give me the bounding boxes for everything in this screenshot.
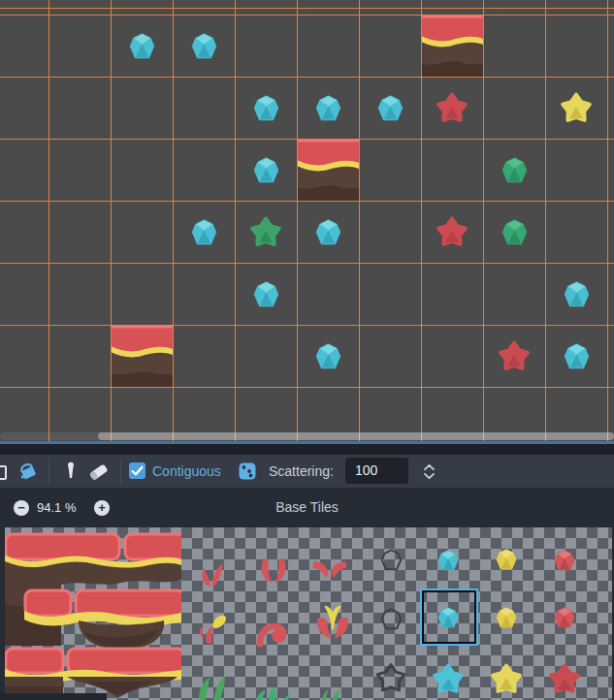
tilemap-canvas[interactable]: [0, 0, 614, 441]
tileset-palette[interactable]: [0, 527, 614, 700]
map-tile-gem-blue: [315, 219, 341, 245]
eraser-icon[interactable]: [87, 461, 109, 482]
palette-tile-gem-ghost[interactable]: [379, 548, 404, 572]
tilemap-toolbar: Contiguous Scattering: 100: [0, 455, 614, 488]
panel-gap: [0, 444, 614, 455]
map-tile-gem-blue: [191, 33, 217, 59]
terrain-tiles-graphic[interactable]: [5, 531, 181, 698]
palette-tile-gem-red[interactable]: [554, 607, 575, 628]
map-tile-gem-blue: [315, 95, 341, 121]
spinner-arrows-icon[interactable]: [423, 463, 436, 480]
contiguous-label[interactable]: Contiguous: [152, 455, 221, 488]
map-tile-gem-blue: [315, 343, 341, 369]
palette-tile-star-red[interactable]: [547, 661, 582, 696]
palette-tile-grass-small-green[interactable]: [312, 670, 351, 700]
palette-tile-gem-red[interactable]: [554, 550, 575, 571]
rect-select-tool-icon[interactable]: [0, 465, 7, 480]
map-tile-gem-blue: [253, 281, 279, 307]
map-tile-gem-green: [501, 157, 528, 183]
palette-tile-plant-sprout-red[interactable]: [194, 554, 233, 592]
palette-texture-edge: [0, 693, 107, 700]
scattering-input[interactable]: 100: [345, 458, 408, 484]
tilemap-editor: Contiguous Scattering: 100 − 94.1 % + Ba…: [0, 0, 614, 700]
palette-tab-base-tiles[interactable]: Base Tiles: [0, 488, 614, 527]
contiguous-checkbox[interactable]: [129, 462, 145, 479]
map-tile-gem-blue: [564, 281, 590, 307]
horizontal-scrollbar-thumb[interactable]: [98, 432, 614, 440]
palette-left-edge: [0, 527, 5, 700]
scatter-dice-icon: [239, 462, 256, 480]
painted-tiles-layer: [0, 0, 614, 441]
map-tile-terrain-cake: [111, 325, 173, 387]
map-tile-gem-blue: [564, 343, 590, 369]
map-tile-gem-blue: [191, 219, 217, 245]
map-tile-star-red: [497, 338, 532, 373]
toolbar-separator: [120, 459, 121, 484]
palette-tile-gem-yellow[interactable]: [496, 607, 517, 628]
map-tile-gem-blue: [253, 157, 279, 183]
palette-tile-plant-curl-red[interactable]: [252, 610, 293, 651]
selected-tile-outline: [420, 589, 478, 646]
bucket-fill-icon[interactable]: [17, 461, 38, 482]
map-tile-terrain-cake: [421, 15, 483, 77]
palette-header: − 94.1 % + Base Tiles: [0, 488, 614, 527]
map-tile-star-green: [248, 214, 283, 249]
map-tile-gem-green: [501, 219, 528, 245]
map-tile-gem-blue: [377, 95, 404, 121]
palette-tile-gem-ghost[interactable]: [379, 607, 404, 631]
map-tile-star-red: [435, 90, 469, 125]
map-tile-star-yellow: [559, 90, 594, 125]
tile-picker-icon[interactable]: [61, 461, 81, 482]
map-tile-terrain-cake: [297, 139, 359, 201]
palette-tile-plant-leaf-yellow-red[interactable]: [194, 608, 235, 649]
palette-tile-gem-yellow[interactable]: [496, 549, 517, 570]
palette-tile-grass-tall-green[interactable]: [190, 662, 235, 700]
map-tile-gem-blue: [129, 33, 155, 59]
scattering-label: Scattering:: [269, 455, 334, 488]
toolbar-separator: [48, 459, 49, 484]
palette-tile-star-yellow[interactable]: [489, 661, 524, 696]
palette-tile-grass-bush-green[interactable]: [250, 666, 295, 700]
palette-tile-plant-tulip-red[interactable]: [254, 552, 293, 590]
palette-tile-star-ghost[interactable]: [373, 660, 408, 695]
palette-tile-plant-v-yellow-red[interactable]: [310, 601, 355, 646]
map-tile-star-red: [435, 214, 469, 249]
palette-tile-gem-blue[interactable]: [437, 550, 459, 571]
map-tile-gem-blue: [253, 95, 279, 121]
palette-tile-plant-wings-red[interactable]: [309, 552, 350, 592]
palette-tile-star-blue[interactable]: [431, 661, 466, 696]
checkmark-icon: [129, 462, 145, 479]
